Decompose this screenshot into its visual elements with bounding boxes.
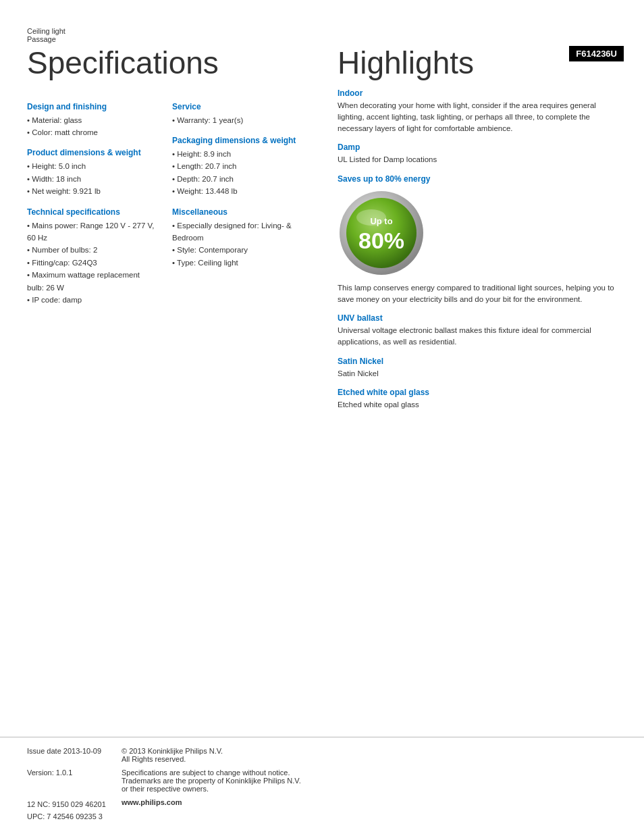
list-item: Color: matt chrome — [27, 126, 159, 138]
technical-title: Technical specifications — [27, 207, 159, 217]
footer-version: Version: 1.0.1 — [27, 768, 122, 793]
satin-title: Satin Nickel — [338, 357, 624, 366]
glass-text: Etched white opal glass — [338, 399, 624, 411]
issue-date-label: Issue date 2013-10-09 — [27, 747, 101, 755]
list-item: Width: 18 inch — [27, 173, 159, 185]
list-item: Number of bulbs: 2 — [27, 244, 159, 256]
satin-text: Satin Nickel — [338, 368, 624, 380]
service-title: Service — [172, 102, 304, 111]
list-item: Height: 8.9 inch — [172, 148, 304, 160]
svg-text:80%: 80% — [358, 228, 404, 253]
nc-label: 12 NC: 9150 029 46201 — [27, 800, 106, 808]
footer-disclaimer: Specifications are subject to change wit… — [122, 768, 617, 793]
unv-title: UNV ballast — [338, 313, 624, 323]
list-item: Especially designed for: Living- & Bedro… — [172, 219, 304, 244]
product-dim-items: Height: 5.0 inch Width: 18 inch Net weig… — [27, 160, 159, 197]
energy-text: This lamp conserves energy compared to t… — [338, 282, 624, 306]
list-item: Length: 20.7 inch — [172, 160, 304, 172]
list-item: Material: glass — [27, 114, 159, 126]
list-item: Height: 5.0 inch — [27, 160, 159, 172]
footer-row3: 12 NC: 9150 029 46201 UPC: 7 42546 09235… — [0, 796, 644, 834]
indoor-title: Indoor — [338, 88, 624, 98]
main-content: Ceiling light Passage Specifications Des… — [0, 0, 644, 580]
footer-row2: Version: 1.0.1 Specifications are subjec… — [0, 766, 644, 796]
left-panel: Ceiling light Passage Specifications Des… — [0, 14, 324, 580]
specs-col-left: Design and finishing Material: glass Col… — [27, 93, 165, 307]
product-dim-title: Product dimensions & weight — [27, 148, 159, 157]
unv-text: Universal voltage electronic ballast mak… — [338, 325, 624, 348]
damp-text: UL Listed for Damp locations — [338, 154, 624, 165]
footer-nc-upc: 12 NC: 9150 029 46201 UPC: 7 42546 09235… — [27, 798, 122, 823]
specs-col-right: Service Warranty: 1 year(s) Packaging di… — [165, 93, 304, 307]
energy-title: Saves up to 80% energy — [338, 174, 624, 184]
technical-items: Mains power: Range 120 V - 277 V, 60 Hz … — [27, 219, 159, 307]
page: Ceiling light Passage Specifications Des… — [0, 0, 644, 834]
specs-columns: Design and finishing Material: glass Col… — [27, 93, 304, 307]
design-items: Material: glass Color: matt chrome — [27, 114, 159, 139]
list-item: Style: Contemporary — [172, 244, 304, 256]
copyright-text: © 2013 Koninklijke Philips N.V. — [122, 747, 223, 755]
rights-text: All Rights reserved. — [122, 755, 186, 763]
list-item: Weight: 13.448 lb — [172, 185, 304, 197]
list-item: Net weight: 9.921 lb — [27, 185, 159, 197]
misc-title: Miscellaneous — [172, 207, 304, 217]
upc-label: UPC: 7 42546 09235 3 — [27, 812, 103, 820]
list-item: Maximum wattage replacement bulb: 26 W — [27, 269, 159, 294]
product-id-bar: F614236U — [569, 46, 624, 61]
footer-row1: Issue date 2013-10-09 © 2013 Koninklijke… — [0, 737, 644, 766]
design-title: Design and finishing — [27, 102, 159, 111]
list-item: IP code: damp — [27, 294, 159, 306]
list-item: Warranty: 1 year(s) — [172, 114, 304, 126]
list-item: Fitting/cap: G24Q3 — [27, 257, 159, 269]
list-item: Type: Ceiling light — [172, 257, 304, 269]
packaging-items: Height: 8.9 inch Length: 20.7 inch Depth… — [172, 148, 304, 198]
packaging-title: Packaging dimensions & weight — [172, 136, 304, 145]
svg-text:Up to: Up to — [370, 216, 392, 226]
product-category: Ceiling light — [27, 27, 304, 35]
version-label: Version: 1.0.1 — [27, 768, 72, 777]
right-panel: F614236U Highlights Indoor When decorati… — [324, 14, 644, 580]
footer-issue-date: Issue date 2013-10-09 — [27, 747, 122, 763]
product-name: Passage — [27, 35, 304, 43]
footer-website: www.philips.com — [122, 798, 182, 823]
specs-title: Specifications — [27, 46, 304, 80]
list-item: Mains power: Range 120 V - 277 V, 60 Hz — [27, 219, 159, 244]
misc-items: Especially designed for: Living- & Bedro… — [172, 219, 304, 269]
highlights-content: Indoor When decorating your home with li… — [338, 88, 624, 411]
energy-badge: Up to 80% — [338, 189, 425, 277]
spacer — [0, 580, 644, 736]
footer-copyright: © 2013 Koninklijke Philips N.V. All Righ… — [122, 747, 617, 763]
list-item: Depth: 20.7 inch — [172, 173, 304, 185]
damp-title: Damp — [338, 142, 624, 152]
product-label: Ceiling light Passage — [27, 27, 304, 43]
glass-title: Etched white opal glass — [338, 388, 624, 397]
right-header: F614236U Highlights — [338, 46, 624, 80]
service-items: Warranty: 1 year(s) — [172, 114, 304, 126]
indoor-text: When decorating your home with light, co… — [338, 100, 624, 135]
